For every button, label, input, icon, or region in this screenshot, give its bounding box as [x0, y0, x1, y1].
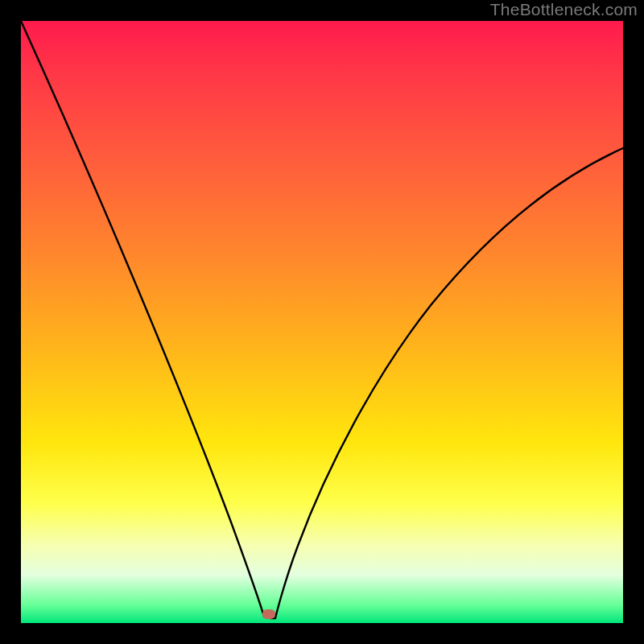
optimal-point-marker — [262, 609, 275, 619]
curve-path — [21, 21, 623, 618]
chart-area — [21, 21, 623, 623]
watermark-text: TheBottleneck.com — [490, 0, 638, 19]
bottleneck-curve — [21, 21, 623, 623]
